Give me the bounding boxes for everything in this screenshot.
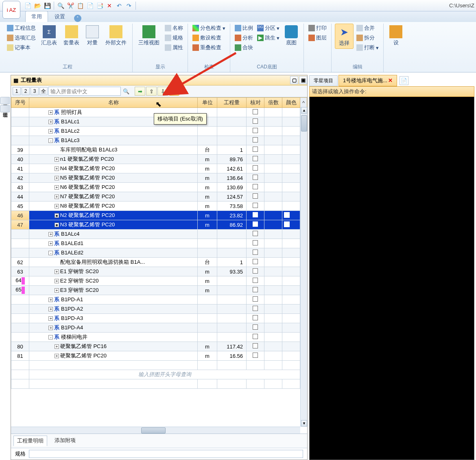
open-icon[interactable]: 📂 [33,2,41,10]
table-row[interactable]: 46 ■N2 硬聚氯乙烯管 PC20m23.82 [11,211,307,220]
check-checkbox[interactable] [253,203,258,208]
hscroll-thumb[interactable] [141,427,166,434]
table-row[interactable]: 41 +N4 硬聚氯乙烯管 PC20m142.61 [11,164,307,173]
nav-forward-icon[interactable]: ➡ [135,87,145,96]
check-checkbox[interactable] [253,315,258,320]
paste-special-icon[interactable]: 📑 [96,2,104,10]
check-checkbox[interactable] [253,306,258,311]
search-icon[interactable]: 🔍 [122,87,131,96]
table-row[interactable]: -系 B1ALEd2 [11,248,307,258]
3d-view-button[interactable]: 三维视图 [136,24,162,48]
table-row[interactable]: 47 ■N3 硬聚氯乙烯管 PC20m86.92 [11,220,307,230]
rtab-misc[interactable]: 零星项目 [309,75,338,86]
table-row[interactable]: +系 B1ALEd1 [11,239,307,248]
table-row[interactable]: +系 B1ALc2 [11,127,307,136]
basemap-button[interactable]: 底图 [282,24,300,48]
horizontal-scrollbar[interactable] [11,427,300,434]
check-checkbox[interactable] [253,175,258,180]
level-3-button[interactable]: 3 [31,87,39,95]
tab-settings[interactable]: 设置 [49,11,71,22]
command-prompt[interactable]: 请选择或输入操作命令: [309,86,474,97]
scroll-thumb[interactable] [301,115,307,131]
btab-addon[interactable]: 添加附项 [51,436,79,446]
check-checkbox[interactable] [253,324,258,330]
pane-tool-2[interactable]: ▣ [299,76,307,84]
expand-icon[interactable]: + [55,204,59,208]
expand-icon[interactable]: + [55,157,59,162]
expand-icon[interactable]: + [48,316,53,321]
undo-icon[interactable]: ↶ [115,2,123,10]
check-checkbox[interactable] [253,343,258,348]
check-checkbox[interactable] [253,109,258,114]
vertical-scrollbar[interactable]: ▲ ▼ [300,107,307,427]
notepad-button[interactable]: 记事本 [6,43,37,52]
expand-icon[interactable]: + [48,241,53,246]
check-checkbox[interactable] [253,118,258,124]
expand-icon[interactable]: + [55,288,59,293]
3d-viewport[interactable] [309,97,474,460]
overlap-check-button[interactable]: 重叠检查 [191,43,227,52]
merge-button[interactable]: 合并 [355,24,380,33]
side-tab-drawing[interactable]: 图纸管理 [0,105,10,112]
expand-icon[interactable]: + [55,166,59,171]
expand-icon[interactable]: + [55,279,59,283]
break-button[interactable]: 打断 ▾ [355,43,380,52]
check-checkbox[interactable] [253,259,258,264]
col-mult[interactable]: 倍数 [264,98,282,108]
jump-button[interactable]: ▶跳生 ▾ [256,33,281,42]
quantity-table-button[interactable]: 套量表 [61,24,82,48]
cut-icon[interactable]: ✂️ [66,2,74,10]
more-button[interactable]: 设 [387,24,405,48]
move-button[interactable]: 移 [169,87,179,96]
check-checkbox[interactable] [253,250,258,255]
check-checkbox[interactable] [253,137,258,142]
new-icon[interactable]: 📄 [24,2,32,10]
table-row[interactable]: +系 B1PD-A1 [11,295,307,304]
scroll-up-icon[interactable]: ▲ [301,107,307,114]
options-summary-button[interactable]: 选项汇总 [6,33,37,42]
expand-icon[interactable]: + [55,344,59,349]
check-checkbox[interactable] [253,334,258,339]
check-checkbox[interactable] [253,165,258,171]
merge-block-button[interactable]: 合块 [234,43,254,52]
show-props-button[interactable]: 属性 [164,43,184,52]
expand-icon[interactable]: + [55,185,59,190]
table-row[interactable]: 44 +N7 硬聚氯乙烯管 PC20m124.57 [11,192,307,202]
table-row[interactable]: -系 B1ALc3 [11,136,307,145]
new-tab-icon[interactable]: 📄 [400,76,408,85]
rtab-building[interactable]: 1号楼地库电气施...✕ [338,75,397,86]
expand-icon[interactable]: + [48,120,53,124]
scale-button[interactable]: 比例 [234,24,254,33]
level-all-button[interactable]: 全 [39,87,48,95]
tab-common[interactable]: 常用 [25,11,48,22]
level-2-button[interactable]: 2 [22,87,30,95]
ribbon-minimize-icon[interactable]: ˄ [74,15,81,22]
table-row[interactable]: +系 B1PD-A2 [11,304,307,314]
col-name[interactable]: 名称 [29,98,198,108]
table-row[interactable]: 80 +硬聚氯乙烯管 PC16m117.42 [11,342,307,351]
expand-icon[interactable]: + [48,110,53,115]
analyze-button[interactable]: 分析 [234,33,254,42]
expand-icon[interactable]: + [55,354,59,358]
select-button[interactable]: ➤选择 [335,24,354,49]
pane-tool-1[interactable]: ▢ [290,76,298,84]
expand-icon[interactable]: + [55,176,59,180]
search-input[interactable] [48,87,121,96]
expand-icon[interactable]: + [48,298,53,302]
print-preview-icon[interactable]: 🔍 [57,2,65,10]
check-checkbox[interactable] [253,353,258,358]
scroll-down-icon[interactable]: ▼ [301,420,307,427]
expand-icon[interactable]: - [48,335,53,340]
check-checkbox[interactable] [253,156,258,161]
check-checkbox[interactable] [253,296,258,302]
table-row[interactable]: 39 车库照明配电箱 B1ALc3台1 [11,145,307,155]
external-file-button[interactable]: 外部文件 [103,24,129,48]
level-1-button[interactable]: 1 [13,87,21,95]
print-button[interactable]: 打印 [307,24,328,33]
expand-icon[interactable]: ■ [55,213,59,218]
summary-table-button[interactable]: Σ汇总表 [39,24,59,48]
side-tab-project[interactable]: 项目管理 [0,97,10,104]
col-unit[interactable]: 单位 [198,98,217,108]
check-checkbox[interactable] [253,147,258,152]
col-color[interactable]: 颜色 [282,98,300,108]
